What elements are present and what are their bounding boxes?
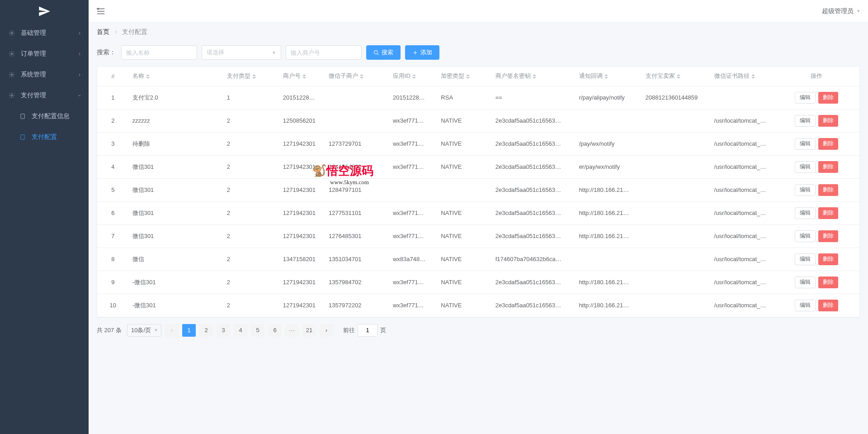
sidebar-subitem-1[interactable]: 支付配置 xyxy=(5,127,89,148)
column-header[interactable]: 通知回调 xyxy=(576,67,642,86)
cell: 1351034701 xyxy=(325,248,389,271)
chevron-right-icon: › xyxy=(79,30,80,36)
sidebar-item-2[interactable]: 系统管理 › xyxy=(0,64,89,85)
cell: 2e3cdaf5aa051c16563… xyxy=(492,224,576,248)
search-mch-field[interactable] xyxy=(291,49,357,56)
delete-button[interactable]: 删除 xyxy=(818,115,838,127)
column-header[interactable]: 加密类型 xyxy=(437,67,491,86)
column-header[interactable]: 名称 xyxy=(129,67,223,86)
cell xyxy=(642,294,711,317)
cell: 2 xyxy=(223,201,279,224)
delete-button[interactable]: 删除 xyxy=(818,253,838,265)
column-header[interactable]: 微信子商户 xyxy=(325,67,389,86)
search-mch-input[interactable] xyxy=(286,45,362,60)
delete-button[interactable]: 删除 xyxy=(818,161,838,173)
delete-button[interactable]: 删除 xyxy=(818,138,838,150)
ops-cell: 编辑删除 xyxy=(774,224,859,248)
sidebar-subitem-0[interactable]: 支付配置信息 xyxy=(5,106,89,127)
cell: 1347158201 xyxy=(279,248,325,271)
table-row: 3待删除212719423011273729701wx3ef771…NATIVE… xyxy=(97,132,859,155)
delete-button[interactable]: 删除 xyxy=(818,277,838,288)
page-number[interactable]: 2 xyxy=(199,324,213,337)
hamburger-toggle[interactable] xyxy=(96,6,106,16)
page-jump-suffix: 页 xyxy=(380,326,386,334)
page-size-select[interactable]: 10条/页 ▼ xyxy=(127,324,161,337)
cell: NATIVE xyxy=(437,224,491,248)
page-prev[interactable]: ‹ xyxy=(165,324,179,337)
cell: wx3ef771… xyxy=(389,224,437,248)
cell xyxy=(437,178,491,201)
column-header[interactable]: 应用ID xyxy=(389,67,437,86)
cell: r/pay/alipay/notify xyxy=(576,86,642,109)
sort-icon xyxy=(751,72,755,81)
cell: f174607ba704632b6ca… xyxy=(492,248,576,271)
sidebar: 基础管理 › 订单管理 › 系统管理 › 支付管理 ›支付配置信息支付配置 xyxy=(0,0,89,434)
delete-button[interactable]: 删除 xyxy=(818,184,838,196)
edit-button[interactable]: 编辑 xyxy=(795,230,816,242)
edit-button[interactable]: 编辑 xyxy=(795,138,816,150)
sidebar-item-0[interactable]: 基础管理 › xyxy=(0,23,89,43)
cell: 1271942301 xyxy=(279,271,325,294)
user-dropdown[interactable]: 超级管理员 ▼ xyxy=(822,7,861,15)
page-number[interactable]: 3 xyxy=(217,324,230,337)
gear-icon xyxy=(8,92,15,99)
page-number[interactable]: 1 xyxy=(182,324,196,337)
edit-button[interactable]: 编辑 xyxy=(795,277,816,288)
page-next[interactable]: › xyxy=(320,324,333,337)
user-label: 超级管理员 xyxy=(822,7,854,15)
column-header[interactable]: 微信证书路径 xyxy=(711,67,774,86)
page-number[interactable]: 6 xyxy=(268,324,282,337)
cell: 20151228… xyxy=(389,86,437,109)
page-jump-input[interactable] xyxy=(358,324,377,337)
edit-button[interactable]: 编辑 xyxy=(795,207,816,219)
page-last[interactable]: 21 xyxy=(302,324,316,337)
search-type-select[interactable]: 请选择 ▼ xyxy=(202,45,281,60)
add-button[interactable]: 添加 xyxy=(405,45,439,60)
cell: 1276485301 xyxy=(325,224,389,248)
table-row: 6微信301212719423011277531101wx3ef771…NATI… xyxy=(97,201,859,224)
column-header[interactable]: 商户号 xyxy=(279,67,325,86)
search-name-input[interactable] xyxy=(121,45,197,60)
edit-button[interactable]: 编辑 xyxy=(795,184,816,196)
edit-button[interactable]: 编辑 xyxy=(795,115,816,127)
delete-button[interactable]: 删除 xyxy=(818,207,838,219)
delete-button[interactable]: 删除 xyxy=(818,92,838,104)
sidebar-item-3[interactable]: 支付管理 › xyxy=(0,85,89,106)
cell: 1271942301 xyxy=(279,224,325,248)
cell: /usr/local/tomcat_… xyxy=(711,224,774,248)
delete-button[interactable]: 删除 xyxy=(818,230,838,242)
table-row: 10-微信301212719423011357972202wx3ef771…NA… xyxy=(97,294,859,317)
delete-button[interactable]: 删除 xyxy=(818,300,838,311)
search-button[interactable]: 搜索 xyxy=(366,45,401,60)
cell xyxy=(642,109,711,132)
search-name-field[interactable] xyxy=(126,49,192,56)
breadcrumb-home[interactable]: 首页 xyxy=(97,28,109,35)
table-row: 9-微信301212719423011357984702wx3ef771…NAT… xyxy=(97,271,859,294)
svg-point-1 xyxy=(11,53,13,55)
table-row: 5微信3012127194230112847971012e3cdaf5aa051… xyxy=(97,178,859,201)
svg-rect-5 xyxy=(21,135,24,140)
cell: 20151228… xyxy=(279,86,325,109)
cell xyxy=(642,201,711,224)
edit-button[interactable]: 编辑 xyxy=(795,300,816,311)
page-number[interactable]: 5 xyxy=(251,324,264,337)
column-header[interactable]: 支付类型 xyxy=(223,67,279,86)
ops-cell: 编辑删除 xyxy=(774,155,859,178)
cell: 2088121360144859 xyxy=(642,86,711,109)
table-row: 4微信301212719423011341564201wx3ef771…NATI… xyxy=(97,155,859,178)
ops-cell: 编辑删除 xyxy=(774,132,859,155)
edit-button[interactable]: 编辑 xyxy=(795,253,816,265)
svg-point-0 xyxy=(11,32,13,34)
column-header[interactable]: 支付宝卖家 xyxy=(642,67,711,86)
cell: 2 xyxy=(97,109,129,132)
edit-button[interactable]: 编辑 xyxy=(795,161,816,173)
gear-icon xyxy=(8,50,15,57)
edit-button[interactable]: 编辑 xyxy=(795,92,816,104)
cell: 1357972202 xyxy=(325,294,389,317)
page-number[interactable]: 4 xyxy=(234,324,247,337)
page-ellipsis[interactable]: ··· xyxy=(285,324,299,337)
column-header[interactable]: 商户签名密钥 xyxy=(492,67,576,86)
cell: 1277531101 xyxy=(325,201,389,224)
cell: 10 xyxy=(97,294,129,317)
sidebar-item-1[interactable]: 订单管理 › xyxy=(0,43,89,64)
